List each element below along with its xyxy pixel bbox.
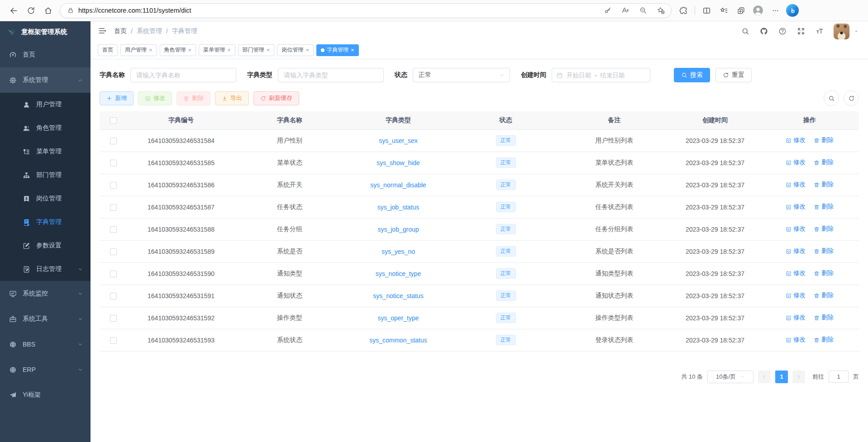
collapse-sidebar-button[interactable] [97,26,107,36]
dict-type-link[interactable]: sys_show_hide [377,159,420,166]
favorites-button[interactable] [715,3,732,18]
row-checkbox[interactable] [110,293,117,299]
back-button[interactable] [5,3,22,18]
row-edit-button[interactable]: 修改 [786,158,806,166]
row-edit-button[interactable]: 修改 [786,269,806,277]
date-range-input[interactable]: - [552,68,650,82]
sidebar-item-erp[interactable]: ERP [0,357,91,382]
export-button[interactable]: 导出 [215,91,249,105]
start-date-input[interactable] [565,72,592,79]
sidebar-item-role-management[interactable]: 角色管理 [0,116,91,140]
dict-type-link[interactable]: sys_notice_status [373,292,423,299]
sidebar-item-bbs[interactable]: BBS [0,332,91,357]
sidebar-item-param-settings[interactable]: 参数设置 [0,234,91,257]
close-tab-icon[interactable]: × [227,47,231,53]
sidebar-item-dict-management[interactable]: 字典管理 [0,210,91,234]
header-search-button[interactable] [741,27,750,36]
sidebar-item-system-monitor[interactable]: 系统监控 [0,281,91,306]
sidebar-item-dept-management[interactable]: 部门管理 [0,163,91,187]
refresh-table-button[interactable] [844,90,859,106]
close-tab-icon[interactable]: × [267,47,270,53]
address-bar[interactable]: https://ccnetcore.com:1101/system/dict [60,3,672,18]
password-button[interactable] [601,4,615,17]
next-page-button[interactable] [792,371,805,383]
help-button[interactable] [778,27,787,36]
row-checkbox[interactable] [110,337,117,344]
tab-post-management[interactable]: 岗位管理× [277,44,314,56]
caret-down-icon[interactable] [854,29,859,34]
browser-menu-button[interactable] [767,3,783,18]
github-button[interactable] [759,27,768,36]
extensions-button[interactable] [675,3,692,18]
search-button[interactable]: 搜索 [674,68,710,82]
url-text[interactable]: https://ccnetcore.com:1101/system/dict [78,7,191,14]
row-delete-button[interactable]: 删除 [814,314,834,322]
row-edit-button[interactable]: 修改 [786,181,806,189]
dict-type-link[interactable]: sys_notice_type [376,270,421,277]
row-edit-button[interactable]: 修改 [786,291,806,299]
dict-type-link[interactable]: sys_normal_disable [370,181,426,189]
sidebar-item-post-management[interactable]: 岗位管理 [0,187,91,210]
row-delete-button[interactable]: 删除 [814,291,834,299]
row-delete-button[interactable]: 删除 [814,203,834,211]
row-checkbox[interactable] [110,138,117,144]
close-tab-icon[interactable]: × [149,47,153,53]
tab-dept-management[interactable]: 部门管理× [238,44,275,56]
row-delete-button[interactable]: 删除 [814,269,834,277]
sidebar-item-system-tools[interactable]: 系统工具 [0,306,91,332]
reload-button[interactable] [23,3,39,18]
row-checkbox[interactable] [110,271,117,277]
row-checkbox[interactable] [110,226,117,233]
add-button[interactable]: 新增 [100,91,134,105]
row-delete-button[interactable]: 删除 [814,336,834,344]
read-aloud-button[interactable] [619,4,632,17]
close-tab-icon[interactable]: × [305,47,309,53]
browser-profile-button[interactable] [750,3,766,18]
row-delete-button[interactable]: 删除 [814,136,834,144]
home-button[interactable] [40,3,56,18]
row-edit-button[interactable]: 修改 [786,314,806,322]
row-edit-button[interactable]: 修改 [786,247,806,255]
tab-menu-management[interactable]: 菜单管理× [199,44,235,56]
user-avatar[interactable] [834,24,849,39]
select-all-checkbox[interactable] [110,117,117,124]
split-screen-button[interactable] [698,3,715,18]
dict-type-link[interactable]: sys_job_status [377,204,420,211]
row-edit-button[interactable]: 修改 [786,225,806,233]
close-tab-icon[interactable]: × [351,47,354,53]
collections-button[interactable] [733,3,749,18]
tab-home[interactable]: 首页 [98,44,118,56]
reset-button[interactable]: 重置 [715,68,752,82]
dict-type-link[interactable]: sys_job_group [377,226,419,233]
row-edit-button[interactable]: 修改 [786,203,806,211]
edit-button[interactable]: 修改 [138,91,172,105]
status-select[interactable]: 正常 [413,68,510,82]
breadcrumb-home[interactable]: 首页 [114,27,127,35]
copilot-button[interactable] [786,4,799,17]
dict-type-link[interactable]: sys_user_sex [379,137,418,144]
sidebar-item-system-management[interactable]: 系统管理 [0,67,91,93]
toggle-search-button[interactable] [824,90,839,106]
tab-role-management[interactable]: 角色管理× [160,44,196,56]
sidebar-item-home[interactable]: 首页 [0,42,91,67]
page-size-select[interactable]: 10条/页 [707,371,754,383]
fullscreen-button[interactable] [796,27,806,36]
row-delete-button[interactable]: 删除 [814,247,834,255]
row-checkbox[interactable] [110,315,117,322]
tab-user-management[interactable]: 用户管理× [120,44,157,56]
refresh-cache-button[interactable]: 刷新缓存 [253,91,299,105]
dict-type-link[interactable]: sys_yes_no [382,248,415,255]
row-checkbox[interactable] [110,204,117,211]
delete-button[interactable]: 删除 [176,91,210,105]
row-delete-button[interactable]: 删除 [814,225,834,233]
page-button-1[interactable]: 1 [775,371,788,383]
row-checkbox[interactable] [110,248,117,255]
zoom-out-button[interactable] [636,4,650,17]
sidebar-item-user-management[interactable]: 用户管理 [0,93,91,116]
text-size-button[interactable] [815,27,824,36]
dict-type-link[interactable]: sys_oper_type [377,314,419,322]
dict-name-input[interactable] [130,68,236,82]
row-delete-button[interactable]: 删除 [814,181,834,189]
row-checkbox[interactable] [110,160,117,166]
row-edit-button[interactable]: 修改 [786,336,806,344]
